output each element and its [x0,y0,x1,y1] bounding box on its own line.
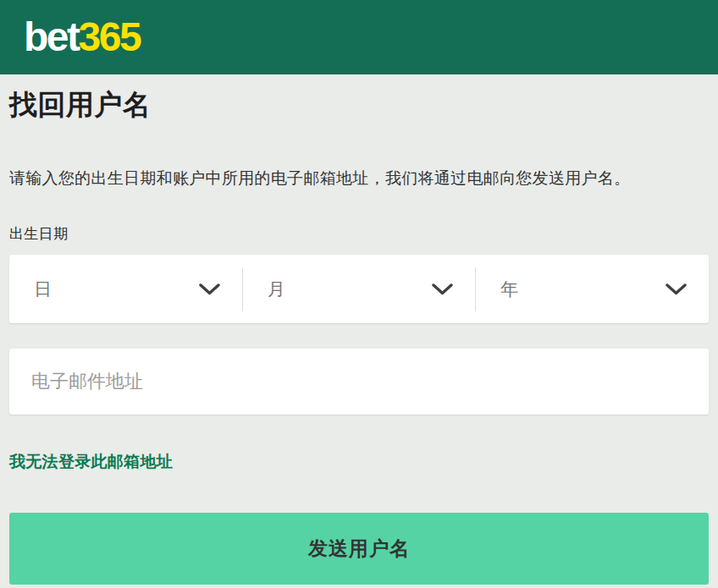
app-header: bet365 [0,0,718,74]
chevron-down-icon [432,283,453,295]
dob-select-row: 日 月 年 [9,255,709,323]
dob-day-value: 日 [34,278,52,301]
dob-year-select[interactable]: 年 [476,255,709,323]
email-input[interactable] [9,349,709,415]
send-username-button[interactable]: 发送用户名 [9,513,709,585]
bet365-logo[interactable]: bet365 [24,17,140,58]
page-description: 请输入您的出生日期和账户中所用的电子邮箱地址，我们将通过电邮向您发送用户名。 [9,168,709,190]
dob-month-value: 月 [268,278,285,301]
chevron-down-icon [666,283,687,295]
page-title: 找回用户名 [9,86,709,124]
logo-text-365: 365 [79,14,141,59]
dob-month-select[interactable]: 月 [243,255,476,323]
dob-label: 出生日期 [9,224,709,244]
chevron-down-icon [199,283,220,295]
dob-day-select[interactable]: 日 [9,255,242,323]
dob-year-value: 年 [500,278,518,301]
cant-access-email-link[interactable]: 我无法登录此邮箱地址 [9,451,173,473]
main-content: 找回用户名 请输入您的出生日期和账户中所用的电子邮箱地址，我们将通过电邮向您发送… [0,86,718,585]
logo-text-bet: bet [24,14,79,59]
